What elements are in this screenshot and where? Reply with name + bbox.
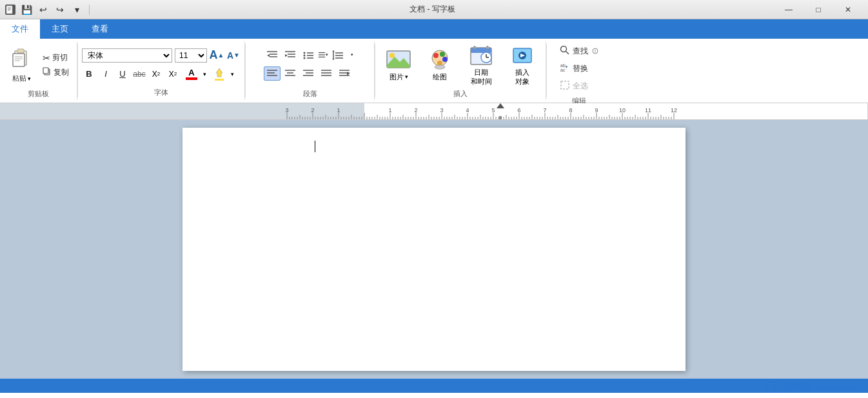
copy-icon [43, 67, 52, 78]
font-shrink-button[interactable]: A▼ [226, 48, 241, 63]
superscript-button[interactable]: X2 [166, 67, 180, 81]
edit-content: 查找 ab ac + 替换 [557, 41, 601, 96]
customize-quick-access-button[interactable]: ▾ [70, 3, 84, 17]
align-left-button[interactable] [264, 66, 281, 81]
ribbon: 粘贴 ▾ ✂ 剪切 复制 [0, 39, 868, 103]
clipboard-content: 粘贴 ▾ ✂ 剪切 复制 [5, 41, 72, 89]
watermark: 爱纯净 aichunjing.com [767, 381, 863, 393]
document-page[interactable] [182, 128, 686, 371]
insert-content: 图片 ▾ 绘图 [380, 41, 540, 89]
tab-view[interactable]: 查看 [80, 19, 120, 39]
quick-access-toolbar: 💾 ↩ ↪ ▾ [19, 3, 84, 17]
paint-label: 绘图 [433, 72, 447, 82]
replace-button[interactable]: ab ac + 替换 [557, 61, 591, 76]
indent-decrease-button[interactable] [264, 48, 281, 62]
tab-home[interactable]: 主页 [40, 19, 80, 39]
svg-rect-0 [6, 6, 12, 14]
close-button[interactable]: ✕ [833, 0, 863, 19]
title-divider [89, 5, 90, 15]
tab-file[interactable]: 文件 [0, 19, 40, 39]
italic-button[interactable]: I [99, 67, 113, 81]
svg-marker-20 [285, 54, 288, 57]
svg-point-60 [435, 65, 445, 69]
font-grow-button[interactable]: A▲ [210, 48, 224, 63]
align-rtl-button[interactable] [336, 66, 353, 81]
paragraph-group: ▾ ▾ [246, 41, 375, 100]
insert-object-button[interactable]: 插入对象 [504, 42, 540, 89]
ruler [0, 103, 868, 120]
copy-button[interactable]: 复制 [40, 66, 72, 79]
insert-datetime-button[interactable]: 日期和时间 [463, 42, 499, 89]
find-icon [560, 45, 570, 57]
highlight-button[interactable] [210, 68, 228, 81]
font-size-select[interactable]: 11 891011 12141618 20242836 [175, 48, 207, 63]
svg-marker-35 [332, 59, 335, 60]
svg-line-75 [566, 52, 569, 55]
ruler-canvas [0, 103, 868, 119]
text-cursor [315, 141, 315, 152]
svg-marker-16 [267, 54, 270, 57]
undo-button[interactable]: ↩ [36, 3, 50, 17]
font-row1: 宋体 11 891011 12141618 20242836 A▲ A▼ [82, 48, 241, 63]
cut-button[interactable]: ✂ 剪切 [40, 51, 72, 65]
paste-arrow[interactable]: ▾ [28, 75, 31, 82]
svg-point-23 [303, 57, 305, 59]
svg-rect-5 [17, 49, 24, 53]
highlight-dropdown[interactable]: ▾ [231, 71, 234, 77]
align-right-button[interactable] [300, 66, 317, 81]
select-all-icon [560, 80, 570, 92]
bold-button[interactable]: B [82, 67, 96, 81]
replace-label: 替换 [573, 63, 588, 74]
replace-icon: ab ac + [560, 63, 570, 75]
svg-point-74 [561, 46, 567, 52]
font-color-button[interactable]: A [182, 68, 201, 80]
find-label: 查找 [573, 46, 588, 57]
window-controls: — □ ✕ [774, 0, 863, 19]
underline-button[interactable]: U [115, 67, 130, 81]
object-label: 插入对象 [515, 68, 529, 86]
font-family-select[interactable]: 宋体 [82, 48, 172, 63]
svg-marker-51 [347, 72, 350, 75]
cut-label: 剪切 [52, 52, 68, 63]
save-button[interactable]: 💾 [19, 3, 34, 17]
bullet-list-button[interactable] [300, 48, 317, 62]
watermark-text: 爱纯净 [784, 381, 811, 393]
maximize-button[interactable]: □ [804, 0, 833, 19]
app-icon [5, 5, 15, 15]
paragraph-label: 段落 [303, 89, 317, 100]
svg-point-78 [595, 52, 596, 53]
svg-marker-34 [332, 50, 335, 52]
para-row1: ▾ ▾ [264, 48, 357, 62]
watermark-url: aichunjing.com [816, 383, 863, 391]
subscript-button[interactable]: X2 [149, 67, 163, 81]
indent-increase-button[interactable] [282, 48, 299, 62]
line-spacing-dropdown[interactable]: ▾ [348, 48, 357, 62]
redo-button[interactable]: ↪ [53, 3, 67, 17]
para-align-row [264, 66, 357, 81]
datetime-label: 日期和时间 [471, 68, 492, 86]
line-spacing-button[interactable] [330, 48, 346, 62]
font-group: 宋体 11 891011 12141618 20242836 A▲ A▼ B I… [78, 41, 245, 100]
edit-group: 查找 ab ac + 替换 [547, 41, 611, 100]
align-justify-button[interactable] [318, 66, 335, 81]
find-button[interactable]: 查找 [557, 44, 601, 59]
svg-marker-83 [770, 384, 778, 390]
picture-dropdown[interactable]: ▾ [405, 74, 408, 80]
select-all-button[interactable]: 全选 [557, 79, 591, 94]
clipboard-right: ✂ 剪切 复制 [40, 41, 72, 89]
paste-button[interactable]: 粘贴 ▾ [5, 41, 37, 89]
insert-picture-button[interactable]: 图片 ▾ [380, 46, 417, 85]
list-dropdown-button[interactable]: ▾ [318, 48, 328, 62]
font-label: 字体 [154, 88, 168, 99]
minimize-button[interactable]: — [774, 0, 804, 19]
font-row2: B I U abc X2 X2 A ▾ ▾ [82, 67, 241, 81]
clipboard-group: 粘贴 ▾ ✂ 剪切 复制 [0, 41, 77, 100]
title-bar: 💾 ↩ ↪ ▾ 文档 - 写字板 — □ ✕ [0, 0, 868, 19]
align-center-button[interactable] [282, 66, 299, 81]
font-color-dropdown[interactable]: ▾ [203, 71, 206, 77]
strikethrough-button[interactable]: abc [132, 67, 146, 81]
document-area[interactable] [0, 120, 868, 379]
insert-paint-button[interactable]: 绘图 [422, 46, 458, 85]
copy-label: 复制 [54, 67, 69, 78]
svg-point-57 [440, 52, 445, 57]
